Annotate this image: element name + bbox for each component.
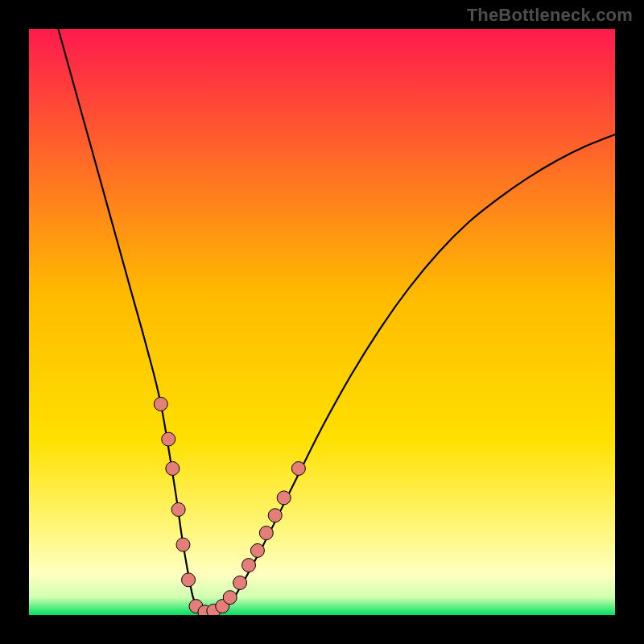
curve-marker	[223, 591, 237, 605]
curve-marker	[154, 397, 167, 411]
curve-marker	[291, 462, 305, 476]
curve-marker	[242, 559, 256, 572]
curve-marker	[259, 526, 273, 540]
curve-marker	[162, 432, 175, 446]
plot-area	[29, 29, 615, 615]
watermark-text: TheBottleneck.com	[467, 5, 633, 26]
bottleneck-curve	[58, 29, 615, 612]
curve-marker	[268, 509, 282, 522]
curve-marker	[277, 491, 291, 505]
curve-marker	[176, 538, 190, 551]
curve-marker	[233, 576, 247, 589]
bottleneck-curve-layer	[29, 29, 615, 615]
curve-marker	[171, 502, 185, 516]
curve-marker	[250, 543, 264, 557]
curve-marker	[182, 573, 196, 587]
chart-frame: TheBottleneck.com	[0, 0, 644, 644]
curve-marker	[166, 462, 180, 476]
